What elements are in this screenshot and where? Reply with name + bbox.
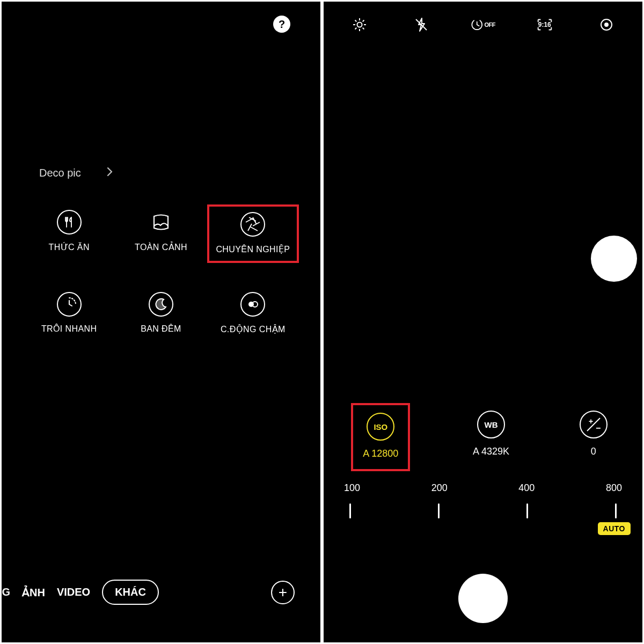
timer-icon [471, 18, 484, 32]
iso-scale[interactable]: 100 200 400 800 [324, 482, 642, 518]
mode-pro[interactable]: CHUYÊN NGHIỆP [207, 204, 299, 263]
metering-icon [598, 17, 614, 33]
food-icon [57, 210, 82, 235]
iso-scale-ticks [335, 494, 631, 518]
mode-slowmo[interactable]: C.ĐỘNG CHẬM [207, 287, 299, 341]
auto-badge[interactable]: AUTO [598, 522, 631, 535]
deco-pic-label: Deco pic [39, 167, 81, 179]
help-icon: ? [279, 18, 285, 31]
svg-text:−: − [596, 423, 601, 433]
phones-row: ? Deco pic THỨC ĂN [2, 2, 642, 642]
tab-truncated[interactable]: NG [2, 586, 10, 598]
hyperlapse-icon [57, 292, 82, 317]
mode-label: THỨC ĂN [48, 242, 89, 252]
night-icon [149, 292, 173, 317]
mode-night[interactable]: BAN ĐÊM [115, 287, 207, 341]
iso-ring: ISO [367, 413, 394, 441]
scale-200: 200 [431, 482, 448, 494]
exposure-value: 0 [591, 446, 596, 457]
mode-food[interactable]: THỨC ĂN [23, 204, 115, 263]
comparison-stage: ? Deco pic THỨC ĂN [0, 0, 644, 644]
pro-params-row: ISO A 12800 WB A 4329K + − [324, 403, 642, 471]
wb-ring: WB [477, 411, 505, 438]
param-iso[interactable]: ISO A 12800 [351, 403, 410, 471]
param-exposure[interactable]: + − 0 [572, 403, 615, 471]
scale-800: 800 [606, 482, 622, 494]
mode-label: BAN ĐÊM [141, 324, 181, 334]
wb-ring-label: WB [485, 420, 498, 429]
mode-tabs[interactable]: NG ẢNH VIDEO KHÁC [2, 580, 159, 605]
param-wb[interactable]: WB A 4329K [465, 403, 517, 471]
settings-button[interactable] [347, 12, 372, 37]
plus-icon: + [279, 585, 287, 600]
iso-ring-label: ISO [374, 422, 387, 431]
aspect-button[interactable]: 9:16 [532, 12, 557, 37]
mode-panorama[interactable]: TOÀN CẢNH [115, 204, 207, 263]
floating-shutter-button[interactable] [591, 236, 637, 282]
iso-scale-numbers: 100 200 400 800 [335, 482, 631, 494]
deco-pic-row[interactable]: Deco pic [39, 167, 113, 179]
top-toolbar: OFF 9:16 [324, 12, 642, 37]
timer-off-label: OFF [484, 21, 495, 28]
panorama-icon [149, 210, 173, 235]
aspect-value: 9:16 [538, 21, 551, 28]
svg-point-2 [357, 23, 362, 27]
flash-button[interactable] [409, 12, 434, 37]
chevron-right-icon [107, 167, 113, 179]
mode-hyperlapse[interactable]: TRÔI NHANH [23, 287, 115, 341]
svg-point-5 [605, 23, 608, 26]
wb-value: A 4329K [473, 446, 509, 457]
help-button[interactable]: ? [273, 16, 290, 33]
scale-100: 100 [344, 482, 360, 494]
scale-400: 400 [518, 482, 535, 494]
bottom-bar-left: NG ẢNH VIDEO KHÁC + [2, 580, 320, 605]
add-mode-button[interactable]: + [271, 581, 295, 604]
mode-label: TOÀN CẢNH [135, 242, 187, 252]
slowmo-icon [240, 292, 265, 317]
gear-icon [352, 17, 368, 33]
metering-button[interactable] [594, 12, 619, 37]
mode-label: TRÔI NHANH [41, 324, 97, 334]
shutter-button[interactable] [458, 574, 508, 623]
mode-grid: THỨC ĂN TOÀN CẢNH [23, 204, 299, 341]
tab-more-active[interactable]: KHÁC [102, 580, 159, 605]
timer-button[interactable]: OFF [471, 12, 495, 37]
flash-off-icon [413, 17, 429, 33]
svg-text:+: + [589, 417, 593, 426]
iso-value: A 12800 [363, 448, 398, 459]
mode-label: CHUYÊN NGHIỆP [216, 244, 290, 254]
plus-minus-icon: + − [583, 414, 604, 435]
auto-label: AUTO [603, 524, 625, 533]
tab-photo[interactable]: ẢNH [22, 586, 45, 599]
aperture-icon [240, 212, 265, 237]
phone-left: ? Deco pic THỨC ĂN [2, 2, 320, 642]
exposure-ring: + − [580, 411, 608, 438]
mode-label: C.ĐỘNG CHẬM [221, 324, 286, 334]
phone-right: OFF 9:16 [324, 2, 642, 642]
tab-video[interactable]: VIDEO [57, 586, 90, 598]
